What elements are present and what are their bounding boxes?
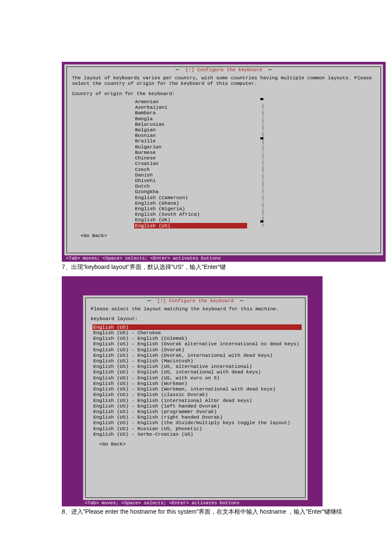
status-bar: <Tab> moves; <Space> selects; <Enter> ac… bbox=[64, 255, 383, 262]
scroll-thumb-icon[interactable] bbox=[260, 137, 263, 139]
list-item[interactable]: English (US) - English (programmer Dvora… bbox=[92, 409, 302, 414]
list-item[interactable]: Croatian bbox=[134, 161, 266, 166]
scroll-arrow-down-icon[interactable] bbox=[260, 220, 263, 223]
list-item[interactable]: English (US) - English (US, with euro on… bbox=[92, 375, 302, 381]
list-item[interactable]: English (US) - English (Workman, interna… bbox=[92, 386, 302, 392]
list-item[interactable]: English (US) - English (Macintosh) bbox=[92, 358, 302, 364]
list-item[interactable]: Dzongkha bbox=[134, 189, 266, 194]
layout-list[interactable]: English (US) English (US) - CherokeeEngl… bbox=[92, 324, 302, 437]
list-item[interactable]: English (US) - English (international Al… bbox=[92, 398, 302, 403]
field-label: Country of origin for the keyboard: bbox=[72, 91, 375, 96]
instruction-step-8: 8、进入"Please enter the hostname for this … bbox=[62, 508, 345, 516]
list-item[interactable]: English (UK) bbox=[134, 217, 266, 223]
list-item-selected[interactable]: English (US) bbox=[92, 324, 302, 330]
dialog-title: [!] Configure the keyboard bbox=[184, 67, 263, 72]
list-item[interactable]: Azerbaijani bbox=[134, 104, 266, 110]
list-item-selected[interactable]: English (US) bbox=[134, 223, 247, 228]
list-item[interactable]: English (US) - English (left handed Dvor… bbox=[92, 403, 302, 409]
list-item[interactable]: English (Ghana) bbox=[134, 200, 266, 206]
dialog-title-bar: [!] Configure the keyboard bbox=[70, 67, 377, 72]
list-item[interactable]: Armenian bbox=[134, 99, 266, 104]
dialog-description: The layout of keyboards varies per count… bbox=[72, 75, 375, 86]
list-item[interactable]: English (Nigeria) bbox=[134, 206, 266, 211]
list-item[interactable]: English (Cameroon) bbox=[134, 195, 266, 200]
list-item[interactable]: English (US) - English (Dvorak) bbox=[92, 347, 302, 353]
list-item[interactable]: English (US) - English (Dvorak alternati… bbox=[92, 341, 302, 347]
instruction-step-7: 7、出现"keyboard layout"界面，默认选择"US"，输入"Ente… bbox=[62, 263, 345, 271]
installer-screenshot-1: [!] Configure the keyboard The layout of… bbox=[62, 62, 386, 262]
list-item[interactable]: Braille bbox=[134, 138, 266, 144]
list-item[interactable]: Czech bbox=[134, 167, 266, 172]
status-bar: <Tab> moves; <Space> selects; <Enter> ac… bbox=[83, 500, 308, 506]
scroll-arrow-up-icon[interactable] bbox=[260, 98, 263, 100]
list-item[interactable]: English (US) - English (Dvorak, internat… bbox=[92, 353, 302, 358]
list-item[interactable]: English (US) - Russian (US, phonetic) bbox=[92, 426, 302, 431]
list-item[interactable]: Bambara bbox=[134, 110, 266, 116]
list-item[interactable]: Bosnian bbox=[134, 133, 266, 138]
list-item[interactable]: English (South Africa) bbox=[134, 211, 266, 217]
list-item[interactable]: Burmese bbox=[134, 150, 266, 155]
list-item[interactable]: Belarusian bbox=[134, 121, 266, 127]
field-label: Keyboard layout: bbox=[91, 316, 300, 321]
list-item[interactable]: Danish bbox=[134, 172, 266, 178]
list-item[interactable]: English (US) - English (US, alternative … bbox=[92, 364, 302, 369]
scrollbar-icon[interactable] bbox=[262, 103, 264, 227]
keyboard-layout-dialog: [!] Configure the keyboard Please select… bbox=[83, 295, 308, 500]
list-item[interactable]: Chinese bbox=[134, 155, 266, 161]
list-item[interactable]: Bangla bbox=[134, 116, 266, 121]
document-page: [!] Configure the keyboard The layout of… bbox=[0, 0, 392, 555]
dialog-title: [!] Configure the keyboard bbox=[156, 298, 235, 304]
dialog-title-bar: [!] Configure the keyboard bbox=[89, 298, 302, 304]
country-list[interactable]: ArmenianAzerbaijaniBambaraBanglaBelarusi… bbox=[134, 99, 266, 228]
list-item[interactable]: Dhivehi bbox=[134, 178, 266, 183]
keyboard-country-dialog: [!] Configure the keyboard The layout of… bbox=[64, 64, 383, 255]
list-item[interactable]: English (US) - Cherokee bbox=[92, 330, 302, 335]
installer-screenshot-2: [!] Configure the keyboard Please select… bbox=[62, 276, 323, 506]
list-item[interactable]: Belgian bbox=[134, 127, 266, 133]
list-item[interactable]: English (US) - Serbo-Croatian (US) bbox=[92, 431, 302, 437]
go-back-button[interactable]: <Go Back> bbox=[81, 233, 377, 238]
list-item[interactable]: English (US) - English (Colemak) bbox=[92, 335, 302, 341]
dialog-description: Please select the layout matching the ke… bbox=[91, 306, 300, 312]
list-item[interactable]: English (US) - English (the divide/multi… bbox=[92, 420, 302, 425]
list-item[interactable]: Bulgarian bbox=[134, 144, 266, 150]
list-item[interactable]: English (US) - English (Workman) bbox=[92, 381, 302, 386]
list-item[interactable]: English (US) - English (right handed Dvo… bbox=[92, 414, 302, 420]
list-item[interactable]: Dutch bbox=[134, 183, 266, 189]
list-item[interactable]: English (US) - English (classic Dvorak) bbox=[92, 392, 302, 397]
go-back-button[interactable]: <Go Back> bbox=[99, 441, 302, 447]
list-item[interactable]: English (US) - English (US, internationa… bbox=[92, 369, 302, 375]
